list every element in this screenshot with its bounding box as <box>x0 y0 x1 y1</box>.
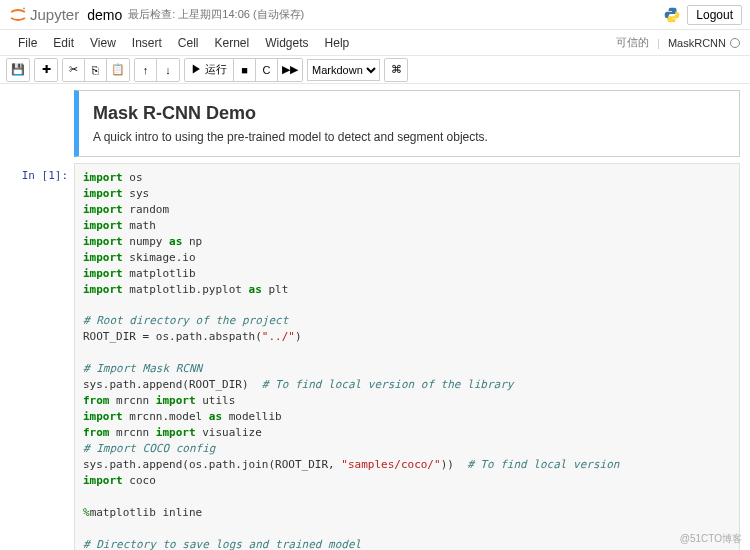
restart-button[interactable]: C <box>256 59 278 81</box>
paste-button[interactable]: 📋 <box>107 59 129 81</box>
menubar: FileEditViewInsertCellKernelWidgetsHelp … <box>0 30 750 56</box>
save-button[interactable]: 💾 <box>7 59 29 81</box>
run-button[interactable]: ▶ 运行 <box>185 59 234 81</box>
restart-run-all-button[interactable]: ▶▶ <box>278 59 302 81</box>
cell-prompt: In [1]: <box>10 163 74 550</box>
menu-file[interactable]: File <box>10 36 45 50</box>
code-input[interactable]: import os import sys import random impor… <box>74 163 740 550</box>
notebook-name[interactable]: demo <box>87 7 122 23</box>
menu-cell[interactable]: Cell <box>170 36 207 50</box>
cell-type-select[interactable]: Markdown <box>307 59 380 81</box>
jupyter-logo[interactable]: Jupyter <box>8 5 79 25</box>
markdown-cell[interactable]: Mask R-CNN Demo A quick intro to using t… <box>10 90 740 157</box>
copy-button[interactable]: ⎘ <box>85 59 107 81</box>
cell-prompt <box>10 90 74 157</box>
move-up-button[interactable]: ↑ <box>135 59 157 81</box>
page-title: Mask R-CNN Demo <box>93 103 725 124</box>
add-cell-button[interactable]: ✚ <box>35 59 57 81</box>
interrupt-button[interactable]: ■ <box>234 59 256 81</box>
page-subtitle: A quick intro to using the pre-trained m… <box>93 130 725 144</box>
menu-view[interactable]: View <box>82 36 124 50</box>
kernel-indicator-icon <box>730 38 740 48</box>
menu-edit[interactable]: Edit <box>45 36 82 50</box>
code-cell[interactable]: In [1]: import os import sys import rand… <box>10 163 740 550</box>
jupyter-icon <box>8 5 28 25</box>
menu-insert[interactable]: Insert <box>124 36 170 50</box>
menu-help[interactable]: Help <box>317 36 358 50</box>
watermark: @51CTO博客 <box>680 532 742 546</box>
menu-widgets[interactable]: Widgets <box>257 36 316 50</box>
trusted-indicator[interactable]: 可信的 <box>616 35 649 50</box>
notebook-area[interactable]: Mask R-CNN Demo A quick intro to using t… <box>0 84 750 550</box>
logo-text: Jupyter <box>30 6 79 23</box>
kernel-name[interactable]: MaskRCNN <box>668 37 740 49</box>
cut-button[interactable]: ✂ <box>63 59 85 81</box>
checkpoint-status: 最后检查: 上星期四14:06 (自动保存) <box>128 7 304 22</box>
logout-button[interactable]: Logout <box>687 5 742 25</box>
header: Jupyter demo 最后检查: 上星期四14:06 (自动保存) Logo… <box>0 0 750 30</box>
python-icon <box>663 6 681 24</box>
svg-point-0 <box>23 7 25 9</box>
toolbar: 💾 ✚ ✂ ⎘ 📋 ↑ ↓ ▶ 运行 ■ C ▶▶ Markdown ⌘ <box>0 56 750 84</box>
command-palette-button[interactable]: ⌘ <box>385 59 407 81</box>
menu-kernel[interactable]: Kernel <box>207 36 258 50</box>
move-down-button[interactable]: ↓ <box>157 59 179 81</box>
